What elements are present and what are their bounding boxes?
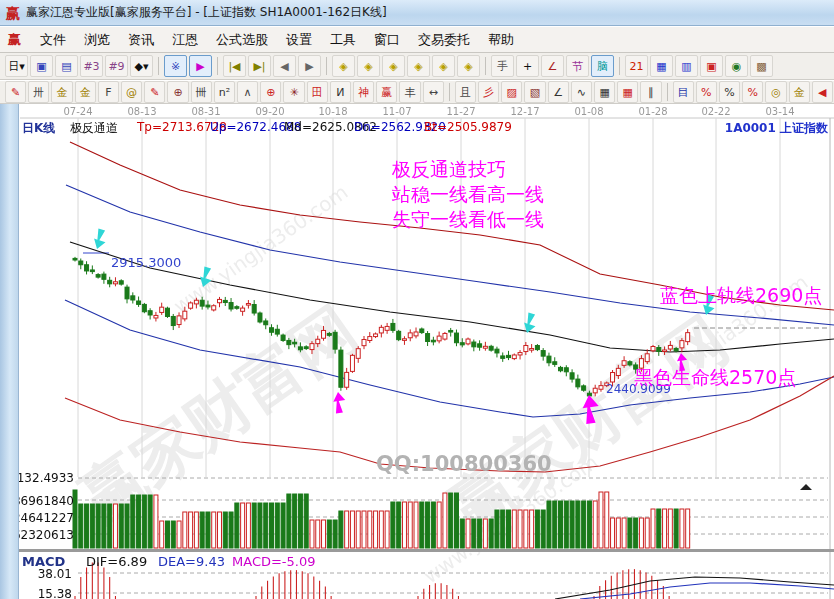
spiral-icon[interactable]: @ <box>121 81 142 103</box>
menu-items: 文件浏览资讯江恩公式选股设置工具窗口交易委托帮助 <box>31 28 523 52</box>
crosshair-icon[interactable]: + <box>516 55 539 77</box>
gold-circle-icon[interactable]: ◎ <box>765 81 786 103</box>
shen-tool-icon[interactable]: 神 <box>353 81 374 103</box>
web-sync-icon[interactable]: ◉ <box>725 55 748 77</box>
svg-text:站稳一线看高一线: 站稳一线看高一线 <box>391 183 544 205</box>
menu-item-8[interactable]: 交易委托 <box>409 28 479 52</box>
report-icon[interactable]: ▥ <box>675 55 698 77</box>
starburst-icon[interactable]: ✳ <box>283 81 304 103</box>
horn-icon[interactable]: ◀ <box>812 81 833 103</box>
menu-item-1[interactable]: 浏览 <box>75 28 119 52</box>
hand-pan-icon[interactable]: 手 <box>491 55 514 77</box>
menu-item-3[interactable]: 江恩 <box>163 28 207 52</box>
menu-logo-icon: 赢 <box>8 31 21 49</box>
info-list-icon[interactable]: ▤ <box>55 55 78 77</box>
gann-grid-icon[interactable]: 卅 <box>28 81 49 103</box>
circle-cycle-icon[interactable]: ⊕ <box>167 81 188 103</box>
angle-lines-icon[interactable]: ∠ <box>548 81 569 103</box>
expand-v-icon[interactable]: ◈ <box>432 55 455 77</box>
title-bar[interactable]: 赢 赢家江恩专业版[赢家服务平台] - [上证指数 SH1A0001-162日K… <box>0 0 834 26</box>
color-histogram-icon[interactable]: ▶ <box>189 55 212 77</box>
bars-3-icon[interactable]: #3 <box>80 55 103 77</box>
calculator-icon[interactable]: ▦ <box>650 55 673 77</box>
grid-red-icon[interactable]: ▦ <box>617 81 638 103</box>
compress-h-icon[interactable]: ◈ <box>407 55 430 77</box>
gold-section-icon[interactable]: 金 <box>75 81 96 103</box>
menu-item-7[interactable]: 窗口 <box>365 28 409 52</box>
compress-v-icon[interactable]: ◈ <box>457 55 480 77</box>
expand-h-icon[interactable]: ◈ <box>382 55 405 77</box>
angle-measure-icon[interactable]: ∠ <box>541 55 564 77</box>
marker-pen-icon[interactable]: ✎ <box>144 81 165 103</box>
menu-item-4[interactable]: 公式选股 <box>207 28 277 52</box>
chart-area[interactable]: 赢家财富网 赢家财富网 www.yingjia360.com www.yingj… <box>0 104 834 599</box>
high-price-label: 2915.3000 <box>111 255 181 270</box>
save-icon[interactable]: ▣ <box>700 55 723 77</box>
candle-style-dropdown[interactable]: ◆▾ <box>130 55 153 77</box>
shift-right-icon[interactable]: ◈ <box>357 55 380 77</box>
ruler-icon[interactable]: 丰 <box>399 81 420 103</box>
menu-item-0[interactable]: 文件 <box>31 28 75 52</box>
wave-mark-icon[interactable]: И <box>330 81 351 103</box>
percent-icon[interactable]: % <box>719 81 740 103</box>
window-title: 赢家江恩专业版[赢家服务平台] - [上证指数 SH1A0001-162日K线] <box>26 4 387 21</box>
toolbar-separator <box>667 83 668 101</box>
indicator-name[interactable]: 极反通道 <box>70 120 118 137</box>
svg-text:08-13: 08-13 <box>127 106 156 117</box>
shift-left-icon[interactable]: ◈ <box>332 55 355 77</box>
fan-box-icon[interactable]: ▨ <box>501 81 522 103</box>
smart-analysis-icon[interactable]: 脑 <box>591 55 614 77</box>
n-square-icon[interactable]: n² <box>214 81 235 103</box>
macd-value: MACD=-5.09 <box>232 554 316 569</box>
svg-text:08-31: 08-31 <box>191 106 220 117</box>
percent-levels-icon[interactable]: % <box>742 81 763 103</box>
pillar-icon[interactable]: 且 <box>455 81 476 103</box>
svg-text:15.38: 15.38 <box>38 587 72 599</box>
menu-item-2[interactable]: 资讯 <box>119 28 163 52</box>
f-levels-icon[interactable]: F <box>98 81 119 103</box>
period-day-dropdown[interactable]: 日▾ <box>5 55 28 77</box>
percent-line-icon[interactable]: % <box>696 81 717 103</box>
svg-text:12-17: 12-17 <box>510 106 539 117</box>
gold-levels-icon[interactable]: 金 <box>789 81 810 103</box>
layout-windows-icon[interactable]: ▣ <box>30 55 53 77</box>
first-bar-icon[interactable]: |◀ <box>223 55 246 77</box>
menu-item-5[interactable]: 设置 <box>277 28 321 52</box>
svg-text:01-28: 01-28 <box>638 106 667 117</box>
slant-lines-icon[interactable]: ∥ <box>640 81 661 103</box>
toolbar-drawing: ✎卅金金F@✎⊕卌n²∧⊕✳田И神赢丰↔且彡▨▧∠∿▦▦∥目%%%◎金◀ <box>0 81 834 104</box>
rays-icon[interactable]: 彡 <box>478 81 499 103</box>
toolbar-separator <box>158 57 159 75</box>
time-grid-icon[interactable]: 卌 <box>191 81 212 103</box>
grid-dark-icon[interactable]: ▦ <box>594 81 615 103</box>
macd-dif-value: DIF=6.89 <box>86 554 147 569</box>
calendar-21-icon[interactable]: 21 <box>625 55 648 77</box>
svg-text:11-07: 11-07 <box>382 106 411 117</box>
period-label: 日K线 <box>22 120 55 137</box>
fan-box2-icon[interactable]: ▧ <box>524 81 545 103</box>
price-chart[interactable]: 赢家财富网 赢家财富网 www.yingjia360.com www.yingj… <box>0 104 834 599</box>
prev-bar-icon[interactable]: ◀ <box>273 55 296 77</box>
gold-ratio-icon[interactable]: 金 <box>51 81 72 103</box>
ying-tool-icon[interactable]: 赢 <box>376 81 397 103</box>
next-bar-icon[interactable]: ▶ <box>298 55 321 77</box>
window-left-edge <box>0 104 19 599</box>
gann-wheel-icon[interactable]: 节 <box>566 55 589 77</box>
data-transfer-icon[interactable]: ▩ <box>750 55 773 77</box>
last-bar-icon[interactable]: ▶| <box>248 55 271 77</box>
application-window: 赢 赢家江恩专业版[赢家服务平台] - [上证指数 SH1A0001-162日K… <box>0 0 834 599</box>
bars-9-icon[interactable]: #9 <box>105 55 128 77</box>
target-cross-icon[interactable]: ⊕ <box>260 81 281 103</box>
scale-list-icon[interactable]: 目 <box>673 81 694 103</box>
square-rays-icon[interactable]: 田 <box>307 81 328 103</box>
menu-item-9[interactable]: 帮助 <box>479 28 523 52</box>
jifan-channel-icon[interactable]: ※ <box>164 55 187 77</box>
flag-angle-icon[interactable]: ∧ <box>237 81 258 103</box>
toolbar-main: 日▾▣▤#3#9◆▾※▶|◀▶|◀▶◈◈◈◈◈◈手+∠节脑21▦▥▣◉▩ <box>0 53 834 80</box>
zigzag-icon[interactable]: ∿ <box>571 81 592 103</box>
svg-text:11-27: 11-27 <box>446 106 475 117</box>
width-measure-icon[interactable]: ↔ <box>423 81 444 103</box>
toolbar-separator <box>217 57 218 75</box>
brush-icon[interactable]: ✎ <box>5 81 26 103</box>
menu-item-6[interactable]: 工具 <box>321 28 365 52</box>
